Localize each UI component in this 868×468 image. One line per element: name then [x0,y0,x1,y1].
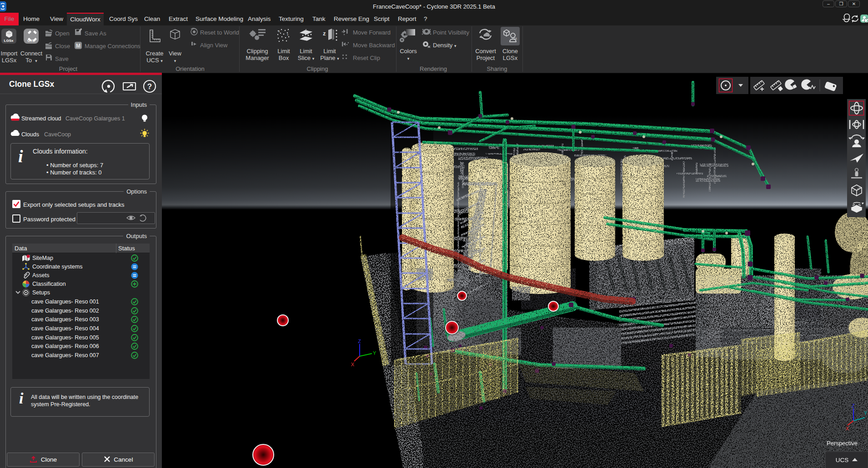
svg-text:X: X [351,362,355,367]
svg-text:LGSx: LGSx [4,39,14,43]
svg-text:LGS: LGS [512,37,517,40]
svg-text:Z: Z [852,403,855,408]
svg-text:1: 1 [287,33,289,36]
svg-text:?: ? [147,82,152,91]
svg-text:UCS: UCS [836,457,849,463]
svg-text:M: M [76,43,80,49]
svg-text:Y: Y [864,410,868,416]
svg-text:3: 3 [278,30,280,33]
svg-text:CYE: CYE [27,39,35,43]
svg-text:z: z [323,30,326,37]
svg-text:X: X [846,426,849,431]
svg-text:Z: Z [358,339,361,344]
svg-text:Y: Y [373,350,376,356]
svg-text:Perspective: Perspective [827,440,858,447]
